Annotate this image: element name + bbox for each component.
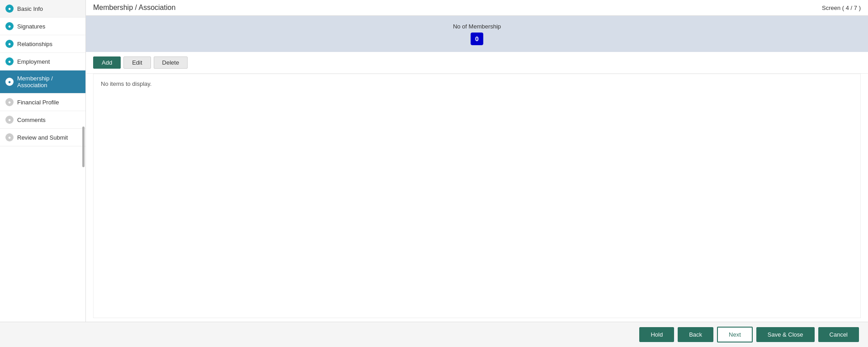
sidebar-item-financial-profile[interactable]: ● Financial Profile (0, 94, 85, 111)
sidebar-label-employment: Employment (17, 58, 50, 65)
sidebar-item-membership-association[interactable]: ● Membership / Association (0, 70, 85, 94)
sidebar-label-membership: Membership / Association (17, 75, 80, 89)
sidebar-item-signatures[interactable]: ● Signatures (0, 18, 85, 35)
step-icon-review: ● (5, 133, 14, 141)
membership-count-badge: 0 (471, 33, 483, 45)
membership-count-label: No of Membership (453, 23, 501, 30)
delete-button[interactable]: Delete (154, 56, 188, 69)
sidebar-item-comments[interactable]: ● Comments (0, 111, 85, 129)
save-close-button[interactable]: Save & Close (756, 327, 815, 342)
toolbar: Add Edit Delete (86, 52, 868, 74)
content-header: Membership / Association Screen ( 4 / 7 … (86, 0, 868, 16)
next-button[interactable]: Next (717, 327, 753, 342)
screen-indicator: Screen ( 4 / 7 ) (822, 5, 861, 11)
sidebar-label-basic-info: Basic Info (17, 5, 43, 12)
sidebar: ● Basic Info ● Signatures ● Relationship… (0, 0, 86, 322)
sidebar-item-relationships[interactable]: ● Relationships (0, 35, 85, 53)
sidebar-label-financial: Financial Profile (17, 99, 59, 106)
step-icon-financial: ● (5, 98, 14, 106)
summary-bar: No of Membership 0 (86, 16, 868, 52)
edit-button[interactable]: Edit (123, 56, 151, 69)
footer: Hold Back Next Save & Close Cancel (0, 322, 868, 347)
sidebar-item-employment[interactable]: ● Employment (0, 53, 85, 70)
step-icon-relationships: ● (5, 40, 14, 48)
cancel-button[interactable]: Cancel (818, 327, 859, 342)
sidebar-label-signatures: Signatures (17, 23, 45, 30)
sidebar-item-basic-info[interactable]: ● Basic Info (0, 0, 85, 18)
step-icon-signatures: ● (5, 22, 14, 30)
list-area: No items to display. (93, 74, 861, 318)
step-icon-employment: ● (5, 57, 14, 66)
sidebar-label-review: Review and Submit (17, 134, 68, 141)
scrollbar-indicator (82, 127, 85, 167)
sidebar-label-comments: Comments (17, 117, 46, 123)
step-icon-membership: ● (5, 78, 14, 86)
hold-button[interactable]: Hold (639, 327, 674, 342)
step-icon-comments: ● (5, 116, 14, 124)
back-button[interactable]: Back (678, 327, 713, 342)
empty-list-message: No items to display. (101, 80, 151, 87)
step-icon-basic-info: ● (5, 5, 14, 13)
content-area: Membership / Association Screen ( 4 / 7 … (86, 0, 868, 322)
sidebar-item-review-submit[interactable]: ● Review and Submit (0, 129, 85, 146)
add-button[interactable]: Add (93, 56, 121, 69)
page-title: Membership / Association (93, 4, 175, 12)
sidebar-label-relationships: Relationships (17, 41, 52, 47)
